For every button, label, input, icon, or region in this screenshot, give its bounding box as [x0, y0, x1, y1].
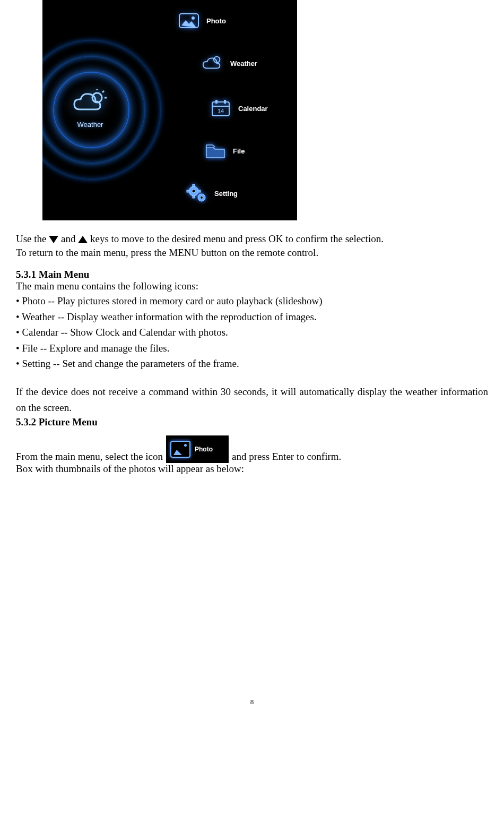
selected-menu-label: Weather — [77, 121, 103, 129]
svg-rect-16 — [187, 190, 189, 192]
menu-item-label: Photo — [206, 17, 226, 25]
menu-item-photo: Photo — [178, 11, 226, 31]
photo-chip-label: Photo — [195, 446, 213, 454]
gear-icon — [186, 183, 208, 203]
instr-text: keys to move to the desired menu and pre… — [90, 233, 384, 244]
instr-text: Use the — [16, 233, 49, 244]
instr-text: Box with thumbnails of the photos will a… — [16, 463, 488, 475]
section-heading-531: 5.3.1 Main Menu — [16, 269, 488, 280]
svg-rect-14 — [193, 184, 195, 187]
menu-item-label: Setting — [214, 190, 238, 198]
menu-item-setting: Setting — [186, 183, 238, 203]
instr-text: To return to the main menu, press the ME… — [16, 247, 318, 258]
svg-line-3 — [102, 91, 104, 92]
photo-icon-chip: Photo — [166, 435, 229, 463]
bullet-item: • Weather -- Display weather information… — [16, 309, 488, 324]
bullet-item: • Calendar -- Show Clock and Calendar wi… — [16, 324, 488, 340]
down-arrow-icon — [49, 236, 58, 243]
svg-rect-15 — [193, 195, 195, 198]
svg-rect-10 — [224, 100, 226, 104]
picture-menu-instruction: From the main menu, select the icon Phot… — [16, 435, 488, 463]
svg-point-5 — [192, 16, 195, 20]
menu-item-calendar: 14 Calendar — [210, 98, 268, 118]
photo-icon — [170, 441, 190, 458]
selected-menu-item: Weather — [64, 80, 117, 138]
folder-icon — [204, 141, 227, 161]
up-arrow-icon — [78, 236, 88, 243]
svg-point-19 — [201, 196, 203, 199]
svg-rect-9 — [215, 100, 218, 104]
svg-point-13 — [192, 190, 195, 193]
bullet-item: • Photo -- Play pictures stored in memor… — [16, 293, 488, 309]
weather-icon-small — [202, 53, 224, 73]
main-menu-screenshot: Weather Photo Weather 14 Calendar File — [42, 0, 297, 220]
page-number: 8 — [16, 698, 488, 706]
menu-bullet-list: • Photo -- Play pictures stored in memor… — [16, 293, 488, 371]
menu-item-file: File — [204, 141, 245, 161]
timeout-note: If the device does not receive a command… — [16, 384, 488, 415]
instr-text: and — [61, 233, 78, 244]
calendar-icon: 14 — [210, 98, 232, 118]
instr-text: From the main menu, select the icon — [16, 450, 163, 464]
menu-item-label: Calendar — [238, 105, 268, 113]
photo-icon — [178, 11, 200, 31]
bullet-item: • File -- Explore and manage the files. — [16, 340, 488, 356]
instr-text: and press Enter to confirm. — [232, 450, 341, 464]
menu-item-label: Weather — [230, 59, 257, 67]
navigation-instruction: Use the and keys to move to the desired … — [16, 232, 488, 259]
weather-icon — [72, 89, 109, 118]
bullet-item: • Setting -- Set and change the paramete… — [16, 356, 488, 371]
section-heading-532: 5.3.2 Picture Menu — [16, 416, 488, 428]
section-intro: The main menu contains the following ico… — [16, 280, 488, 292]
svg-text:14: 14 — [218, 108, 224, 114]
svg-rect-17 — [198, 190, 201, 192]
menu-item-weather: Weather — [202, 53, 257, 73]
menu-item-label: File — [233, 147, 245, 155]
